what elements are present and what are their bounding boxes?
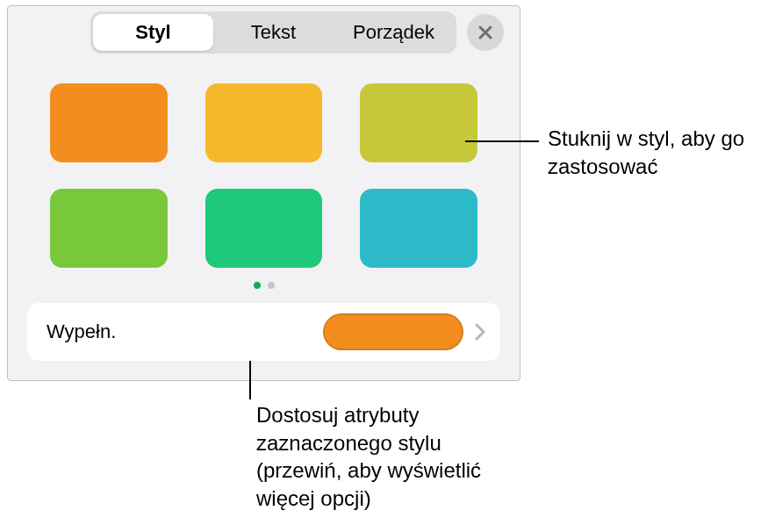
panel-header: Styl Tekst Porządek	[8, 6, 520, 59]
chevron-right-icon	[474, 322, 486, 341]
callout-fill: Dostosuj atrybuty zaznaczonego stylu (pr…	[256, 401, 502, 513]
style-swatch-grid	[8, 59, 520, 280]
format-panel: Styl Tekst Porządek Wypełn.	[7, 5, 520, 381]
tab-style[interactable]: Styl	[93, 14, 213, 51]
page-dot[interactable]	[254, 282, 261, 289]
fill-color-preview	[323, 313, 463, 350]
close-icon	[477, 25, 493, 40]
style-swatch[interactable]	[205, 83, 323, 162]
tab-bar: Styl Tekst Porządek	[90, 11, 456, 54]
tab-text[interactable]: Tekst	[213, 14, 334, 51]
tab-order[interactable]: Porządek	[334, 14, 454, 51]
callout-swatch: Stuknij w styl, aby go zastosować	[548, 125, 750, 180]
callout-leader	[249, 361, 251, 399]
style-swatch[interactable]	[50, 83, 168, 162]
style-swatch[interactable]	[360, 83, 477, 162]
style-swatch[interactable]	[205, 189, 323, 268]
callout-leader	[465, 140, 539, 142]
fill-label: Wypełn.	[47, 320, 323, 343]
page-dot[interactable]	[268, 282, 275, 289]
fill-row[interactable]: Wypełn.	[27, 303, 500, 361]
page-indicator	[8, 280, 520, 298]
style-swatch[interactable]	[360, 189, 477, 268]
style-swatch[interactable]	[50, 189, 168, 268]
close-button[interactable]	[467, 14, 504, 51]
